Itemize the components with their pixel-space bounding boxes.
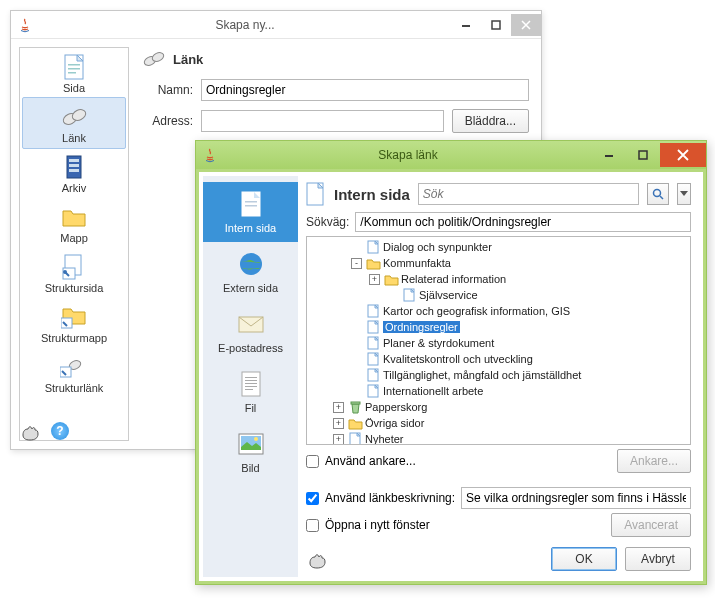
image-icon — [235, 430, 267, 458]
page-icon — [306, 182, 326, 206]
sidebar-item-intern-sida[interactable]: Intern sida — [203, 182, 298, 242]
sidebar-item-arkiv[interactable]: Arkiv — [20, 148, 128, 198]
tree-node-label: Dialog och synpunkter — [383, 241, 492, 253]
link-icon — [58, 104, 90, 130]
sidebar-item-epost[interactable]: E-postadress — [203, 302, 298, 362]
tree-node-label: Planer & styrdokument — [383, 337, 494, 349]
sidebar-item-label: Bild — [241, 462, 259, 474]
tree-toggle-icon[interactable]: - — [351, 258, 362, 269]
address-input[interactable] — [201, 110, 444, 132]
sidebar-item-mapp[interactable]: Mapp — [20, 198, 128, 248]
anchor-button[interactable]: Ankare... — [617, 449, 691, 473]
page-icon — [347, 432, 363, 445]
tree-node[interactable]: +Nyheter — [307, 431, 690, 445]
main-panel: Intern sida Sökväg: Dialog och synpunkte… — [298, 176, 699, 577]
tree-node[interactable]: Tillgänglighet, mångfald och jämställdhe… — [307, 367, 690, 383]
tree-node[interactable]: Dialog och synpunkter — [307, 239, 690, 255]
titlebar[interactable]: Skapa ny... — [11, 11, 541, 39]
tree-toggle-icon[interactable]: + — [333, 434, 344, 445]
hand-icon[interactable] — [306, 549, 330, 569]
tree-node-label: Ordningsregler — [383, 321, 460, 333]
sidebar-item-label: Strukturmapp — [41, 332, 107, 344]
sidebar-item-label: Fil — [245, 402, 257, 414]
search-icon — [652, 188, 664, 200]
file-icon — [235, 370, 267, 398]
tree-node[interactable]: Ordningsregler — [307, 319, 690, 335]
tree-node[interactable]: +Papperskorg — [307, 399, 690, 415]
titlebar[interactable]: Skapa länk — [196, 141, 706, 169]
tree-toggle-icon[interactable]: + — [333, 418, 344, 429]
struct-folder-icon — [58, 304, 90, 330]
description-input[interactable] — [461, 487, 691, 509]
advanced-button[interactable]: Avancerat — [611, 513, 691, 537]
svg-rect-29 — [245, 380, 257, 381]
close-button[interactable] — [511, 14, 541, 36]
tree-node[interactable]: Kartor och geografisk information, GIS — [307, 303, 690, 319]
sidebar-item-bild[interactable]: Bild — [203, 422, 298, 482]
maximize-button[interactable] — [626, 143, 660, 167]
sidebar-item-strukturlank[interactable]: Strukturlänk — [20, 348, 128, 398]
mail-icon — [235, 310, 267, 338]
sidebar-item-sida[interactable]: Sida — [20, 48, 128, 98]
search-dropdown-button[interactable] — [677, 183, 691, 205]
minimize-button[interactable] — [592, 143, 626, 167]
close-button[interactable] — [660, 143, 706, 167]
path-input[interactable] — [355, 212, 691, 232]
sidebar-item-label: Sida — [63, 82, 85, 94]
tree-toggle-icon[interactable]: + — [369, 274, 380, 285]
trash-icon — [347, 400, 363, 414]
maximize-button[interactable] — [481, 14, 511, 36]
tree-node[interactable]: +Övriga sidor — [307, 415, 690, 431]
use-anchor-checkbox[interactable] — [306, 455, 319, 468]
tree-node[interactable]: Internationellt arbete — [307, 383, 690, 399]
sidebar-item-struktursida[interactable]: Struktursida — [20, 248, 128, 298]
open-new-window-checkbox[interactable] — [306, 519, 319, 532]
svg-rect-11 — [69, 169, 79, 172]
struct-link-icon — [58, 354, 90, 380]
ok-button[interactable]: OK — [551, 547, 617, 571]
svg-rect-1 — [492, 21, 500, 29]
archive-icon — [58, 154, 90, 180]
sidebar-item-fil[interactable]: Fil — [203, 362, 298, 422]
tree-node-label: Kartor och geografisk information, GIS — [383, 305, 570, 317]
tree-toggle-icon[interactable]: + — [333, 402, 344, 413]
tree-node[interactable]: +Relaterad information — [307, 271, 690, 287]
search-button[interactable] — [647, 183, 669, 205]
sidebar-item-extern-sida[interactable]: Extern sida — [203, 242, 298, 302]
sidebar-item-strukturmapp[interactable]: Strukturmapp — [20, 298, 128, 348]
tree-node-label: Relaterad information — [401, 273, 506, 285]
search-input[interactable] — [418, 183, 639, 205]
sidebar-item-label: Struktursida — [45, 282, 104, 294]
page-tree[interactable]: Dialog och synpunkter-Kommunfakta+Relate… — [306, 236, 691, 445]
tree-node-label: Självservice — [419, 289, 478, 301]
page-icon — [365, 352, 381, 366]
sidebar-item-label: Arkiv — [62, 182, 86, 194]
tree-node[interactable]: -Kommunfakta — [307, 255, 690, 271]
tree-node[interactable]: Kvalitetskontroll och utveckling — [307, 351, 690, 367]
tree-node-label: Tillgänglighet, mångfald och jämställdhe… — [383, 369, 581, 381]
create-link-dialog: Skapa länk Intern sida Extern sida E-pos… — [195, 140, 707, 585]
use-description-checkbox[interactable] — [306, 492, 319, 505]
hand-icon[interactable] — [19, 421, 43, 441]
tree-node[interactable]: Planer & styrdokument — [307, 335, 690, 351]
use-anchor-label: Använd ankare... — [325, 454, 416, 468]
page-icon — [365, 384, 381, 398]
svg-rect-10 — [69, 164, 79, 167]
cancel-button[interactable]: Avbryt — [625, 547, 691, 571]
name-input[interactable] — [201, 79, 529, 101]
svg-rect-31 — [245, 386, 257, 387]
browse-button[interactable]: Bläddra... — [452, 109, 529, 133]
help-icon[interactable]: ? — [51, 422, 69, 440]
svg-point-35 — [254, 437, 258, 441]
page-icon — [365, 368, 381, 382]
globe-icon — [235, 250, 267, 278]
window-title: Skapa ny... — [39, 18, 451, 32]
minimize-button[interactable] — [451, 14, 481, 36]
tree-node-label: Papperskorg — [365, 401, 427, 413]
sidebar-item-lank[interactable]: Länk — [22, 97, 126, 149]
java-icon — [17, 17, 33, 33]
folder-icon — [58, 204, 90, 230]
svg-rect-9 — [69, 159, 79, 162]
tree-node[interactable]: Självservice — [307, 287, 690, 303]
sidebar-item-label: Extern sida — [223, 282, 278, 294]
